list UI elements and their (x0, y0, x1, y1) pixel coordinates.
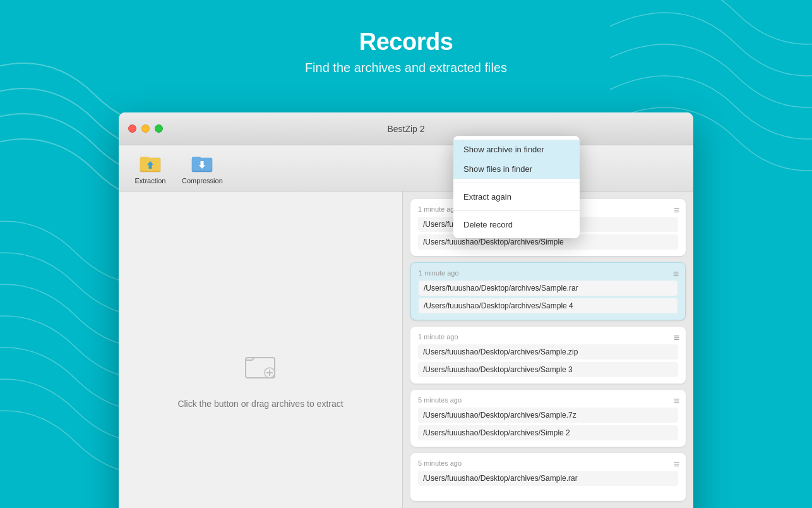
title-bar: BestZip 2 (119, 112, 693, 145)
record-time: 1 minute ago (419, 269, 678, 277)
record-time: 5 minutes ago (418, 396, 678, 404)
context-menu-item-show-files[interactable]: Show files in finder (453, 159, 580, 179)
record-archive-path: /Users/fuuushao/Desktop/archives/Sample.… (418, 344, 678, 360)
close-button[interactable] (128, 124, 136, 133)
record-menu-button[interactable]: ≡ (674, 459, 679, 469)
record-menu-button[interactable]: ≡ (674, 396, 679, 406)
toolbar-item-compression[interactable]: Compression (182, 152, 223, 184)
page-subtitle: Find the archives and extracted files (0, 61, 812, 75)
maximize-button[interactable] (155, 124, 163, 133)
table-row: 5 minutes ago ≡ /Users/fuuushao/Desktop/… (410, 390, 686, 447)
table-row: 1 minute ago ≡ /Users/fuuushao/Desktop/a… (410, 262, 686, 320)
drop-zone[interactable]: Click the button or drag archives to ext… (119, 191, 403, 508)
toolbar-item-extraction[interactable]: Extraction (131, 152, 169, 184)
context-menu-item-show-archive[interactable]: Show archive in finder (453, 140, 580, 159)
context-menu-group-finder: Show archive in finder Show files in fin… (453, 136, 580, 183)
context-menu: Show archive in finder Show files in fin… (453, 136, 580, 238)
table-row: 1 minute ago ≡ /Users/fuuushao/Desktop/a… (410, 327, 686, 384)
page-title: Records (0, 28, 812, 56)
record-archive-path: /Users/fuuushao/Desktop/archives/Sample.… (418, 471, 678, 486)
toolbar-label-extraction: Extraction (135, 177, 166, 184)
app-window: BestZip 2 Extraction (119, 112, 693, 508)
record-archive-path: /Users/fuuushao/Desktop/archives/Sample.… (418, 408, 678, 423)
records-list: 1 minute ago ≡ /Users/fuuushao/Desktop/a… (403, 191, 693, 508)
minimize-button[interactable] (141, 124, 150, 133)
toolbar-label-compression: Compression (182, 177, 223, 184)
table-row: 5 minutes ago ≡ /Users/fuuushao/Desktop/… (410, 453, 686, 501)
drop-zone-text: Click the button or drag archives to ext… (177, 399, 343, 409)
record-destination-path: /Users/fuuushao/Desktop/archives/Sample … (419, 298, 678, 313)
toolbar: Extraction Compression (119, 145, 693, 191)
page-header: Records Find the archives and extracted … (0, 0, 812, 88)
record-destination-path: /Users/fuuushao/Desktop/archives/Sample … (418, 362, 678, 377)
record-archive-path: /Users/fuuushao/Desktop/archives/Sample.… (419, 281, 678, 296)
window-controls (128, 124, 163, 133)
extraction-icon (138, 152, 162, 176)
context-menu-group-delete: Delete record (453, 211, 580, 238)
record-destination-path: /Users/fuuushao/Desktop/archives/Simple … (418, 425, 678, 440)
context-menu-item-delete-record[interactable]: Delete record (453, 215, 580, 234)
compression-icon (190, 152, 214, 176)
main-content: Click the button or drag archives to ext… (119, 191, 693, 508)
window-title: BestZip 2 (387, 124, 424, 134)
context-menu-item-extract-again[interactable]: Extract again (453, 187, 580, 207)
record-menu-button[interactable]: ≡ (673, 269, 679, 279)
record-time: 5 minutes ago (418, 459, 678, 467)
drop-zone-icon (243, 348, 278, 390)
record-menu-button[interactable]: ≡ (674, 205, 679, 215)
record-time: 1 minute ago (418, 333, 678, 341)
record-menu-button[interactable]: ≡ (674, 333, 679, 343)
context-menu-group-extract: Extract again (453, 183, 580, 211)
